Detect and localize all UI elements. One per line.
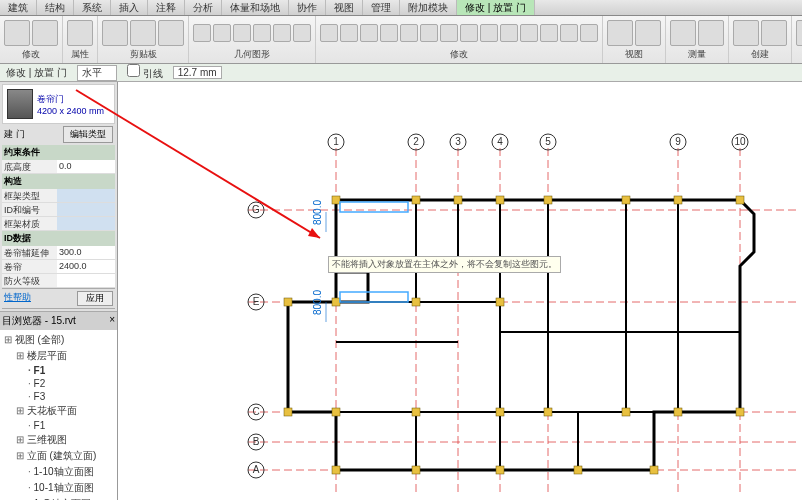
ribbon-button[interactable] bbox=[796, 20, 802, 46]
tab[interactable]: 结构 bbox=[37, 0, 74, 15]
properties-help-link[interactable]: 性帮助 bbox=[4, 291, 31, 306]
tab[interactable]: 体量和场地 bbox=[222, 0, 289, 15]
ribbon-group-label: 视图 bbox=[607, 48, 661, 61]
tab[interactable]: 系统 bbox=[74, 0, 111, 15]
ribbon-button[interactable] bbox=[480, 24, 498, 42]
ribbon-button[interactable] bbox=[193, 24, 211, 42]
svg-text:10: 10 bbox=[734, 136, 746, 147]
ribbon-button[interactable] bbox=[340, 24, 358, 42]
ribbon-button[interactable] bbox=[520, 24, 538, 42]
tab[interactable]: 注释 bbox=[148, 0, 185, 15]
property-row[interactable]: 卷帘2400.0 bbox=[2, 260, 115, 274]
tree-node[interactable]: 三维视图 bbox=[2, 432, 115, 448]
property-row[interactable]: 底高度0.0 bbox=[2, 160, 115, 174]
warning-tooltip: 不能将插入对象放置在主体之外，将不会复制这些图元。 bbox=[328, 256, 561, 273]
orientation-label[interactable]: 水平 bbox=[77, 65, 117, 81]
ribbon-group-label: 模式 bbox=[796, 48, 802, 61]
ribbon-button[interactable] bbox=[500, 24, 518, 42]
tab[interactable]: 建筑 bbox=[0, 0, 37, 15]
tab[interactable]: 分析 bbox=[185, 0, 222, 15]
ribbon: 修改属性剪贴板几何图形修改视图测量创建模式标记 bbox=[0, 16, 802, 64]
svg-rect-58 bbox=[650, 466, 658, 474]
ribbon-button[interactable] bbox=[460, 24, 478, 42]
tree-node[interactable]: 楼层平面 bbox=[2, 348, 115, 364]
type-selector[interactable]: 卷帘门 4200 x 2400 mm bbox=[2, 84, 115, 124]
svg-text:G: G bbox=[252, 204, 260, 215]
svg-text:9: 9 bbox=[675, 136, 681, 147]
property-row[interactable]: 框架类型 bbox=[2, 189, 115, 203]
tab[interactable]: 视图 bbox=[326, 0, 363, 15]
svg-text:800.0: 800.0 bbox=[312, 290, 323, 315]
ribbon-button[interactable] bbox=[320, 24, 338, 42]
project-browser[interactable]: 视图 (全部)楼层平面F1F2F3天花板平面F1三维视图立面 (建筑立面)1-1… bbox=[0, 330, 117, 500]
leader-dim[interactable]: 12.7 mm bbox=[173, 66, 222, 79]
ribbon-button[interactable] bbox=[293, 24, 311, 42]
svg-rect-53 bbox=[736, 408, 744, 416]
apply-button[interactable]: 应用 bbox=[77, 291, 113, 306]
ribbon-button[interactable] bbox=[158, 20, 184, 46]
ribbon-button[interactable] bbox=[213, 24, 231, 42]
property-row[interactable]: 防火等级 bbox=[2, 274, 115, 288]
property-row[interactable]: 卷帘辅延伸300.0 bbox=[2, 246, 115, 260]
ribbon-button[interactable] bbox=[761, 20, 787, 46]
ribbon-button[interactable] bbox=[635, 20, 661, 46]
tab[interactable]: 管理 bbox=[363, 0, 400, 15]
ribbon-button[interactable] bbox=[420, 24, 438, 42]
ribbon-button[interactable] bbox=[670, 20, 696, 46]
edit-type-button[interactable]: 编辑类型 bbox=[63, 126, 113, 143]
drawing-canvas[interactable]: 12345910GECBA800.0800.0 不能将插入对象放置在主体之外，将… bbox=[118, 82, 802, 500]
ribbon-button[interactable] bbox=[67, 20, 93, 46]
ribbon-button[interactable] bbox=[380, 24, 398, 42]
ribbon-button[interactable] bbox=[273, 24, 291, 42]
leader-checkbox[interactable]: 引线 bbox=[127, 64, 163, 81]
svg-rect-48 bbox=[412, 408, 420, 416]
tree-node[interactable]: F1 bbox=[2, 364, 115, 377]
tab[interactable]: 插入 bbox=[111, 0, 148, 15]
svg-rect-36 bbox=[332, 196, 340, 204]
svg-rect-42 bbox=[674, 196, 682, 204]
ribbon-button[interactable] bbox=[130, 20, 156, 46]
tab[interactable]: 附加模块 bbox=[400, 0, 457, 15]
ribbon-button[interactable] bbox=[560, 24, 578, 42]
family-name: 卷帘门 bbox=[37, 93, 104, 106]
tree-node[interactable]: F3 bbox=[2, 390, 115, 403]
ribbon-button[interactable] bbox=[400, 24, 418, 42]
svg-rect-57 bbox=[574, 466, 582, 474]
mode-label: 修改 | 放置 门 bbox=[6, 66, 67, 80]
tab[interactable]: 协作 bbox=[289, 0, 326, 15]
tree-node[interactable]: 视图 (全部) bbox=[2, 332, 115, 348]
tab[interactable]: 修改 | 放置 门 bbox=[457, 0, 535, 15]
ribbon-button[interactable] bbox=[440, 24, 458, 42]
svg-rect-61 bbox=[340, 202, 408, 212]
options-bar: 修改 | 放置 门 水平 引线 12.7 mm bbox=[0, 64, 802, 82]
ribbon-button[interactable] bbox=[4, 20, 30, 46]
ribbon-group-label: 测量 bbox=[670, 48, 724, 61]
svg-rect-56 bbox=[496, 466, 504, 474]
tree-node[interactable]: F2 bbox=[2, 377, 115, 390]
tree-node[interactable]: F1 bbox=[2, 419, 115, 432]
svg-text:3: 3 bbox=[455, 136, 461, 147]
ribbon-button[interactable] bbox=[733, 20, 759, 46]
ribbon-button[interactable] bbox=[607, 20, 633, 46]
svg-rect-38 bbox=[454, 196, 462, 204]
ribbon-button[interactable] bbox=[360, 24, 378, 42]
ribbon-button[interactable] bbox=[32, 20, 58, 46]
ribbon-button[interactable] bbox=[580, 24, 598, 42]
tree-node[interactable]: A-G轴立面图 bbox=[2, 496, 115, 500]
ribbon-button[interactable] bbox=[102, 20, 128, 46]
svg-rect-60 bbox=[284, 408, 292, 416]
tree-node[interactable]: 10-1轴立面图 bbox=[2, 480, 115, 496]
svg-rect-37 bbox=[412, 196, 420, 204]
ribbon-button[interactable] bbox=[253, 24, 271, 42]
svg-rect-39 bbox=[496, 196, 504, 204]
ribbon-button[interactable] bbox=[233, 24, 251, 42]
tree-node[interactable]: 立面 (建筑立面) bbox=[2, 448, 115, 464]
ribbon-button[interactable] bbox=[698, 20, 724, 46]
svg-rect-51 bbox=[622, 408, 630, 416]
tree-node[interactable]: 1-10轴立面图 bbox=[2, 464, 115, 480]
ribbon-button[interactable] bbox=[540, 24, 558, 42]
property-row[interactable]: ID和编号 bbox=[2, 203, 115, 217]
property-row[interactable]: 框架材质 bbox=[2, 217, 115, 231]
svg-rect-43 bbox=[736, 196, 744, 204]
tree-node[interactable]: 天花板平面 bbox=[2, 403, 115, 419]
